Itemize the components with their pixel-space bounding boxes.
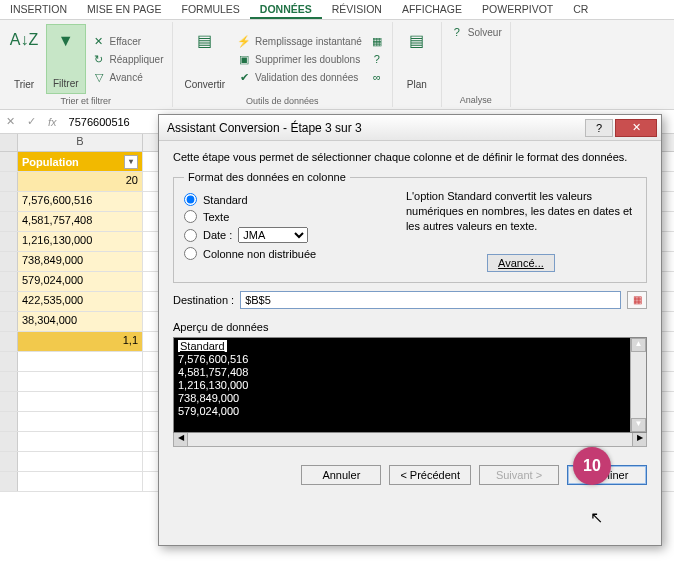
radio-texte-input[interactable] bbox=[184, 210, 197, 223]
preview-hscrollbar[interactable]: ◀ ▶ bbox=[173, 433, 647, 447]
relationships-button[interactable]: ∞ bbox=[368, 69, 386, 85]
cell[interactable]: 4,581,757,408 bbox=[18, 212, 143, 231]
tab-mise-en-page[interactable]: MISE EN PAGE bbox=[77, 0, 172, 19]
row-header[interactable] bbox=[0, 212, 18, 231]
tab-affichage[interactable]: AFFICHAGE bbox=[392, 0, 472, 19]
validation-icon: ✔ bbox=[237, 70, 251, 84]
text-to-columns-dialog: Assistant Conversion - Étape 3 sur 3 ? ✕… bbox=[158, 114, 662, 546]
row-header[interactable] bbox=[0, 172, 18, 191]
formula-cancel-icon[interactable]: ✕ bbox=[0, 115, 21, 128]
tab-donnees[interactable]: DONNÉES bbox=[250, 0, 322, 19]
group-label-sort-filter: Trier et filtrer bbox=[6, 96, 166, 106]
row-header[interactable] bbox=[0, 232, 18, 251]
outline-button[interactable]: ▤ Plan bbox=[399, 24, 435, 94]
row-header[interactable] bbox=[0, 272, 18, 291]
reapply-filter-button[interactable]: ↻Réappliquer bbox=[90, 51, 166, 67]
next-button: Suivant > bbox=[479, 465, 559, 485]
row-header[interactable] bbox=[0, 252, 18, 271]
previous-button[interactable]: < Précédent bbox=[389, 465, 471, 485]
filter-button[interactable]: ▼ Filtrer bbox=[46, 24, 86, 94]
radio-standard-input[interactable] bbox=[184, 193, 197, 206]
filter-dropdown-button[interactable]: ▾ bbox=[124, 155, 138, 169]
preview-row: 1,216,130,000 bbox=[178, 379, 248, 391]
column-header-b[interactable]: B bbox=[18, 134, 143, 151]
radio-date-input[interactable] bbox=[184, 229, 197, 242]
preview-row: 579,024,000 bbox=[178, 405, 239, 417]
preview-vscrollbar[interactable]: ▲ ▼ bbox=[630, 338, 646, 432]
solver-button[interactable]: ?Solveur bbox=[448, 24, 504, 40]
tab-powerpivot[interactable]: POWERPIVOT bbox=[472, 0, 563, 19]
clear-filter-button[interactable]: ✕Effacer bbox=[90, 33, 166, 49]
flash-fill-button[interactable]: ⚡Remplissage instantané bbox=[235, 33, 364, 49]
advanced-filter-button[interactable]: ▽Avancé bbox=[90, 69, 166, 85]
radio-skip-column[interactable]: Colonne non distribuée bbox=[184, 247, 392, 260]
dialog-title: Assistant Conversion - Étape 3 sur 3 bbox=[167, 121, 362, 135]
cell[interactable]: 422,535,000 bbox=[18, 292, 143, 311]
cell[interactable]: 1,1 bbox=[18, 332, 143, 351]
remove-duplicates-button[interactable]: ▣Supprimer les doublons bbox=[235, 51, 364, 67]
plan-label: Plan bbox=[407, 79, 427, 90]
convert-button[interactable]: ▤ Convertir bbox=[179, 24, 232, 94]
tab-revision[interactable]: RÉVISION bbox=[322, 0, 392, 19]
group-label-data-tools: Outils de données bbox=[179, 96, 386, 106]
solver-icon: ? bbox=[450, 25, 464, 39]
scroll-left-icon[interactable]: ◀ bbox=[174, 433, 188, 446]
row-header[interactable] bbox=[0, 292, 18, 311]
cell[interactable]: 1,216,130,000 bbox=[18, 232, 143, 251]
relationships-icon: ∞ bbox=[370, 70, 384, 84]
flash-fill-icon: ⚡ bbox=[237, 34, 251, 48]
filter-label: Filtrer bbox=[53, 78, 79, 89]
consolidate-button[interactable]: ▦ bbox=[368, 33, 386, 49]
whatif-button[interactable]: ? bbox=[368, 51, 386, 67]
ribbon-group-analysis: ?Solveur Analyse bbox=[442, 22, 511, 107]
destination-label: Destination : bbox=[173, 294, 234, 306]
convert-label: Convertir bbox=[185, 79, 226, 90]
advanced-button[interactable]: Avancé... bbox=[487, 254, 555, 272]
data-validation-button[interactable]: ✔Validation des données bbox=[235, 69, 364, 85]
tab-formules[interactable]: FORMULES bbox=[171, 0, 249, 19]
whatif-icon: ? bbox=[370, 52, 384, 66]
fieldset-legend: Format des données en colonne bbox=[184, 171, 350, 183]
sort-label: Trier bbox=[14, 79, 34, 90]
tab-cr[interactable]: CR bbox=[563, 0, 598, 19]
dialog-help-button[interactable]: ? bbox=[585, 119, 613, 137]
cell[interactable]: 38,304,000 bbox=[18, 312, 143, 331]
radio-standard[interactable]: Standard bbox=[184, 193, 392, 206]
select-all-cell[interactable] bbox=[0, 134, 18, 151]
cancel-button[interactable]: Annuler bbox=[301, 465, 381, 485]
scroll-up-icon[interactable]: ▲ bbox=[631, 338, 646, 352]
row-header[interactable] bbox=[0, 152, 18, 171]
fx-label[interactable]: fx bbox=[42, 116, 63, 128]
cell[interactable]: 579,024,000 bbox=[18, 272, 143, 291]
ribbon-tabs: INSERTION MISE EN PAGE FORMULES DONNÉES … bbox=[0, 0, 674, 20]
preview-row: 7,576,600,516 bbox=[178, 353, 248, 365]
scroll-right-icon[interactable]: ▶ bbox=[632, 433, 646, 446]
text-to-columns-icon: ▤ bbox=[193, 28, 217, 52]
cell[interactable]: 7,576,600,516 bbox=[18, 192, 143, 211]
consolidate-icon: ▦ bbox=[370, 34, 384, 48]
radio-date[interactable]: Date : JMA bbox=[184, 227, 392, 243]
scroll-down-icon[interactable]: ▼ bbox=[631, 418, 646, 432]
row-header[interactable] bbox=[0, 192, 18, 211]
row-header[interactable] bbox=[0, 312, 18, 331]
radio-skip-input[interactable] bbox=[184, 247, 197, 260]
format-description: L'option Standard convertit les valeurs … bbox=[406, 189, 636, 234]
dialog-titlebar[interactable]: Assistant Conversion - Étape 3 sur 3 ? ✕ bbox=[159, 115, 661, 141]
sort-button[interactable]: A↓Z Trier bbox=[6, 24, 42, 94]
ribbon-group-plan: ▤ Plan bbox=[393, 22, 442, 107]
row-header[interactable] bbox=[0, 332, 18, 351]
preview-column-header[interactable]: Standard bbox=[178, 340, 227, 352]
dialog-close-button[interactable]: ✕ bbox=[615, 119, 657, 137]
formula-enter-icon[interactable]: ✓ bbox=[21, 115, 42, 128]
radio-texte[interactable]: Texte bbox=[184, 210, 392, 223]
cell[interactable]: 738,849,000 bbox=[18, 252, 143, 271]
outline-icon: ▤ bbox=[405, 28, 429, 52]
date-format-select[interactable]: JMA bbox=[238, 227, 308, 243]
range-picker-button[interactable]: ▦ bbox=[627, 291, 647, 309]
tab-insertion[interactable]: INSERTION bbox=[0, 0, 77, 19]
destination-input[interactable] bbox=[240, 291, 621, 309]
ribbon-group-data-tools: ▤ Convertir ⚡Remplissage instantané ▣Sup… bbox=[173, 22, 393, 107]
advanced-icon: ▽ bbox=[92, 70, 106, 84]
refresh-icon: ↻ bbox=[92, 52, 106, 66]
cell[interactable]: 20 bbox=[18, 172, 143, 191]
